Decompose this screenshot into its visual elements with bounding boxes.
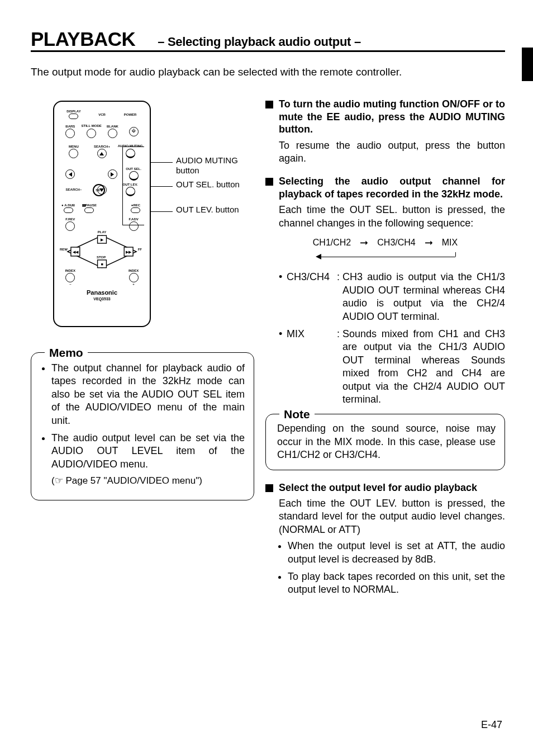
- intro-text: The output mode for audio playback can b…: [31, 66, 505, 78]
- level-bullets: When the output level is set at ATT, the…: [279, 540, 505, 597]
- rc-btn-fadv: [129, 221, 139, 231]
- callout-line: [149, 186, 173, 187]
- rc-dpad: SET: [79, 166, 118, 216]
- level-bullet: To play back tapes recorded on this unit…: [288, 570, 505, 597]
- memo-list: The output channel for playback audio of…: [42, 362, 245, 488]
- rc-btn-muting: [126, 149, 135, 158]
- rc-model: VEQ3533: [60, 297, 144, 301]
- rc-btn-bars: [65, 129, 75, 138]
- callout-out-sel: OUT SEL. button: [176, 179, 243, 190]
- def-item: • CH3/CH4 : CH3 audio is output via the …: [279, 271, 505, 323]
- page-number: E-47: [481, 719, 502, 731]
- rc-label-vcr: VCR: [98, 113, 106, 116]
- rc-label-fadv: F.ADV: [129, 218, 138, 221]
- rc-btn-adub: [64, 207, 73, 213]
- rc-label-still: STILL MODE: [82, 125, 102, 127]
- rc-transport: ◀◀ ▶▶ ▶ ■ REW FF STOP: [63, 232, 141, 271]
- memo-item: The audio output level can be set via th…: [51, 432, 245, 488]
- callout-line: [149, 162, 173, 163]
- def-desc: CH3 audio is output via the CH1/3 AUDIO …: [342, 271, 505, 323]
- memo-ref: (☞ Page 57 "AUDIO/VIDEO menu"): [51, 475, 202, 486]
- memo-panel: Memo The output channel for playback aud…: [31, 352, 254, 500]
- rc-label-rew: REW: [60, 248, 68, 251]
- content-columns: AUDIO MUTING button OUT SEL. button OUT …: [31, 98, 505, 601]
- note-panel: Note Depending on the sound source, nois…: [265, 414, 505, 470]
- rc-btn-search-plus: [97, 149, 107, 158]
- svg-text:◀◀: ◀◀: [73, 250, 79, 254]
- rc-btn-menu: [69, 149, 78, 158]
- rc-btn-blank: [108, 129, 117, 138]
- section-marker: [265, 484, 273, 492]
- remote-diagram: AUDIO MUTING button OUT SEL. button OUT …: [53, 101, 254, 327]
- rc-btn-left: [65, 169, 75, 179]
- section-level: Select the output level for audio playba…: [265, 481, 505, 494]
- rc-label-ff: FF: [138, 248, 142, 251]
- section-channel-title: Selecting the audio output channel for p…: [279, 175, 505, 200]
- rc-label-rec: ●REC: [131, 204, 140, 207]
- seq-step: CH1/CH2: [313, 237, 351, 249]
- callout-audio-muting: AUDIO MUTING button: [176, 155, 243, 176]
- page-edge-tab: [522, 48, 533, 81]
- right-column: To turn the audio muting function ON/OFF…: [265, 98, 505, 601]
- level-bullet: When the output level is set at ATT, the…: [288, 540, 505, 566]
- seq-return-arrow: [316, 253, 455, 261]
- rc-btn-still: [87, 129, 96, 138]
- rc-btn-outsel: [129, 171, 139, 181]
- rc-btn-index-minus: [65, 273, 75, 282]
- def-term: MIX: [287, 328, 337, 406]
- remote-controller: DISPLAY VCR POWER BARS STILL MODE BLANK …: [53, 101, 151, 327]
- rc-btn-index-plus: [129, 273, 139, 282]
- section-muting-title: To turn the audio muting function ON/OFF…: [279, 98, 505, 136]
- def-desc: Sounds mixed from CH1 and CH3 are output…: [342, 328, 505, 406]
- rc-btn-outlev: [126, 187, 135, 196]
- rc-label-frev: F.REV: [65, 218, 75, 221]
- channel-definitions: • CH3/CH4 : CH3 audio is output via the …: [279, 271, 505, 406]
- rc-label-display: DISPLAY: [66, 110, 80, 113]
- rc-label-outsel: OUT SEL.: [126, 167, 141, 171]
- svg-text:▶▶: ▶▶: [126, 250, 132, 254]
- title-sub: – Selecting playback audio output –: [158, 35, 361, 49]
- memo-item: The output channel for playback audio of…: [51, 362, 245, 427]
- rc-label-stop: STOP: [97, 256, 106, 259]
- rc-label-adub: ● A.DUB: [61, 204, 75, 207]
- rc-btn-rec: [131, 207, 140, 213]
- rc-btn-power: ⏻: [129, 127, 139, 136]
- section-marker: [265, 178, 273, 186]
- page: PLAYBACK – Selecting playback audio outp…: [0, 0, 533, 601]
- rc-label-outlev: OUT LEV.: [123, 183, 138, 186]
- rc-label-bars: BARS: [65, 125, 75, 128]
- rc-btn-display: [69, 114, 78, 119]
- section-marker: [265, 101, 273, 108]
- rc-brand: Panasonic: [60, 289, 144, 296]
- left-column: AUDIO MUTING button OUT SEL. button OUT …: [31, 98, 254, 601]
- section-level-body: Each time the OUT LEV. button is pressed…: [279, 497, 505, 536]
- section-channel-body: Each time the OUT SEL. button is pressed…: [279, 204, 505, 230]
- title-main: PLAYBACK: [31, 28, 135, 50]
- callout-out-lev: OUT LEV. button: [176, 205, 243, 215]
- rc-label-blank: BLANK: [107, 125, 118, 128]
- page-title-row: PLAYBACK – Selecting playback audio outp…: [31, 28, 505, 52]
- arrow-icon: ➞: [360, 237, 368, 249]
- rc-label-power: POWER: [124, 113, 137, 116]
- def-term: CH3/CH4: [287, 271, 337, 323]
- section-channel: Selecting the audio output channel for p…: [265, 175, 505, 200]
- def-item: • MIX : Sounds mixed from CH1 and CH3 ar…: [279, 328, 505, 406]
- section-muting: To turn the audio muting function ON/OFF…: [265, 98, 505, 136]
- channel-sequence: CH1/CH2 ➞ CH3/CH4 ➞ MIX: [265, 237, 505, 249]
- note-title: Note: [279, 407, 315, 422]
- rc-btn-set: SET: [93, 184, 105, 196]
- memo-title: Memo: [45, 345, 88, 360]
- callout-line: [149, 211, 173, 212]
- rc-label-menu: MENU: [69, 145, 79, 148]
- rc-label-search-plus: SEARCH+: [94, 145, 110, 148]
- note-body: Depending on the sound source, noise may…: [277, 422, 496, 461]
- svg-text:■: ■: [101, 262, 103, 266]
- section-level-title: Select the output level for audio playba…: [279, 481, 477, 494]
- seq-step: MIX: [442, 237, 458, 249]
- rc-btn-frev: [65, 221, 75, 231]
- seq-step: CH3/CH4: [377, 237, 415, 249]
- arrow-icon: ➞: [425, 237, 433, 249]
- section-muting-body: To resume the audio output, press the bu…: [279, 139, 505, 166]
